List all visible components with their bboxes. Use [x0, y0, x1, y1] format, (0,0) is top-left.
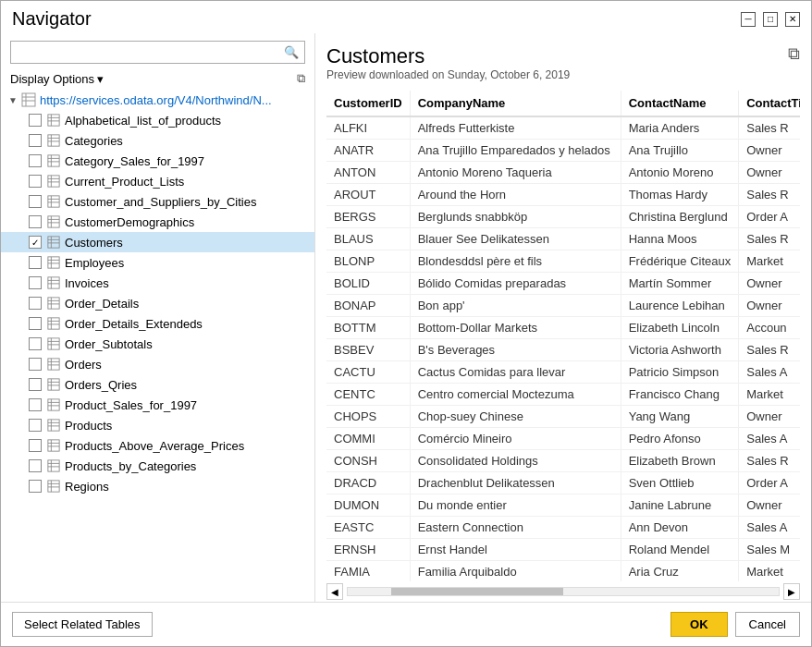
title-bar: Navigator ─ □ ✕	[1, 1, 811, 33]
table-cell-r7-c1: Bólido Comidas preparadas	[410, 273, 621, 295]
checkbox-regions[interactable]	[29, 480, 42, 493]
tree-item-invoices[interactable]: Invoices	[1, 273, 314, 293]
hscroll-left-button[interactable]: ◀	[326, 583, 343, 600]
display-options-arrow-icon: ▾	[97, 72, 104, 86]
table-cell-r14-c1: Comércio Mineiro	[410, 428, 621, 450]
checkbox-current_product[interactable]	[29, 175, 42, 188]
table-icon-products_by_cat	[46, 458, 61, 473]
tree-item-current_product[interactable]: Current_Product_Lists	[1, 171, 314, 191]
table-cell-r17-c3: Owner	[739, 494, 800, 517]
table-cell-r20-c0: FAMIA	[326, 561, 410, 582]
table-cell-r0-c0: ALFKI	[326, 116, 410, 140]
search-input[interactable]	[11, 42, 278, 63]
tree-label-employees: Employees	[65, 256, 124, 270]
right-panel: Customers Preview downloaded on Sunday, …	[315, 33, 811, 602]
checkbox-order_details_ext[interactable]	[29, 317, 42, 330]
tree-item-order_details_ext[interactable]: Order_Details_Extendeds	[1, 313, 314, 334]
search-bar: 🔍	[10, 41, 305, 64]
svg-rect-68	[48, 440, 59, 451]
select-related-button[interactable]: Select Related Tables	[12, 612, 153, 637]
checkbox-products[interactable]	[29, 419, 42, 432]
display-options-button[interactable]: Display Options ▾	[10, 72, 104, 86]
table-cell-r18-c0: EASTC	[326, 517, 410, 539]
table-cell-r20-c2: Aria Cruz	[621, 561, 739, 582]
data-table-wrapper[interactable]: CustomerIDCompanyNameContactNameContactT…	[326, 91, 800, 581]
ok-button[interactable]: OK	[671, 612, 728, 637]
table-cell-r12-c2: Francisco Chang	[621, 384, 739, 406]
table-cell-r18-c2: Ann Devon	[621, 517, 739, 539]
table-view-button[interactable]: ⧉	[297, 71, 305, 86]
checkbox-order_details[interactable]	[29, 297, 42, 310]
tree-item-order_details[interactable]: Order_Details	[1, 293, 314, 313]
tree-item-customerdemographics[interactable]: CustomerDemographics	[1, 212, 314, 232]
checkbox-alphabetical[interactable]	[29, 114, 42, 127]
col-header-companyname: CompanyName	[410, 91, 621, 116]
checkbox-products_above[interactable]	[29, 439, 42, 452]
tree-item-category_sales[interactable]: Category_Sales_for_1997	[1, 151, 314, 171]
checkbox-categories[interactable]	[29, 134, 42, 147]
table-cell-r2-c1: Antonio Moreno Taqueria	[410, 162, 621, 184]
table-header: CustomerIDCompanyNameContactNameContactT…	[326, 91, 800, 116]
table-cell-r7-c0: BOLID	[326, 273, 410, 295]
tree-item-orders_qries[interactable]: Orders_Qries	[1, 374, 314, 395]
checkbox-product_sales[interactable]	[29, 398, 42, 411]
table-cell-r11-c1: Cactus Comidas para llevar	[410, 361, 621, 384]
checkbox-customers[interactable]: ✓	[29, 236, 42, 249]
table-icon-orders	[46, 357, 61, 372]
tree-item-products_by_cat[interactable]: Products_by_Categories	[1, 456, 314, 476]
close-button[interactable]: ✕	[785, 12, 800, 27]
tree-label-customers: Customers	[65, 236, 123, 250]
tree-item-customers[interactable]: ✓ Customers	[1, 232, 314, 252]
tree-item-categories[interactable]: Categories	[1, 130, 314, 151]
svg-rect-16	[48, 176, 59, 187]
hscroll-right-button[interactable]: ▶	[783, 583, 800, 600]
tree-item-employees[interactable]: Employees	[1, 252, 314, 273]
table-icon-customerdemographics	[46, 214, 61, 229]
col-header-contactti: ContactTi	[739, 91, 800, 116]
table-cell-r20-c1: Familia Arquibaldo	[410, 561, 621, 582]
checkbox-customer_suppliers[interactable]	[29, 195, 42, 208]
table-cell-r17-c0: DUMON	[326, 494, 410, 517]
table-cell-r0-c1: Alfreds Futterkiste	[410, 116, 621, 140]
tree-item-alphabetical[interactable]: Alphabetical_list_of_products	[1, 110, 314, 130]
tree-item-customer_suppliers[interactable]: Customer_and_Suppliers_by_Cities	[1, 191, 314, 212]
table-row: BONAPBon app'Laurence LebihanOwner	[326, 295, 800, 317]
table-row: BERGSBerglunds snabbköpChristina Berglun…	[326, 206, 800, 228]
tree-item-product_sales[interactable]: Product_Sales_for_1997	[1, 395, 314, 415]
content-area: 🔍 Display Options ▾ ⧉ ▼	[1, 33, 811, 602]
tree-item-regions[interactable]: Regions	[1, 476, 314, 496]
table-cell-r3-c2: Thomas Hardy	[621, 184, 739, 206]
table-cell-r12-c3: Market	[739, 384, 800, 406]
checkbox-invoices[interactable]	[29, 276, 42, 289]
hscroll-track[interactable]	[347, 587, 780, 596]
checkbox-category_sales[interactable]	[29, 154, 42, 167]
preview-title: Customers	[326, 44, 570, 68]
tree-root-item[interactable]: ▼ https://services.odata.org/V4/Northwin…	[1, 90, 314, 110]
checkbox-orders[interactable]	[29, 358, 42, 371]
tree-item-orders[interactable]: Orders	[1, 354, 314, 374]
tree-container[interactable]: ▼ https://services.odata.org/V4/Northwin…	[1, 90, 314, 602]
checkbox-customerdemographics[interactable]	[29, 215, 42, 228]
table-cell-r6-c2: Frédérique Citeaux	[621, 250, 739, 273]
tree-item-products[interactable]: Products	[1, 415, 314, 435]
checkbox-products_by_cat[interactable]	[29, 459, 42, 472]
table-row: BLAUSBlauer See DelikatessenHanna MoosSa…	[326, 228, 800, 250]
preview-copy-icon[interactable]: ⧉	[788, 44, 800, 64]
table-cell-r6-c3: Market	[739, 250, 800, 273]
table-cell-r10-c0: BSBEV	[326, 339, 410, 361]
hscroll-thumb	[391, 588, 563, 595]
checkbox-employees[interactable]	[29, 256, 42, 269]
tree-label-orders_qries: Orders_Qries	[65, 378, 137, 392]
cancel-button[interactable]: Cancel	[735, 612, 800, 637]
tree-item-products_above[interactable]: Products_Above_Average_Prices	[1, 435, 314, 456]
table-cell-r12-c0: CENTC	[326, 384, 410, 406]
tree-item-order_subtotals[interactable]: Order_Subtotals	[1, 334, 314, 354]
search-button[interactable]: 🔍	[278, 42, 304, 63]
svg-rect-4	[48, 115, 59, 126]
checkbox-orders_qries[interactable]	[29, 378, 42, 391]
maximize-button[interactable]: □	[763, 12, 778, 27]
minimize-button[interactable]: ─	[741, 12, 756, 27]
checkbox-order_subtotals[interactable]	[29, 337, 42, 350]
table-cell-r14-c2: Pedro Afonso	[621, 428, 739, 450]
table-icon-regions	[46, 479, 61, 494]
